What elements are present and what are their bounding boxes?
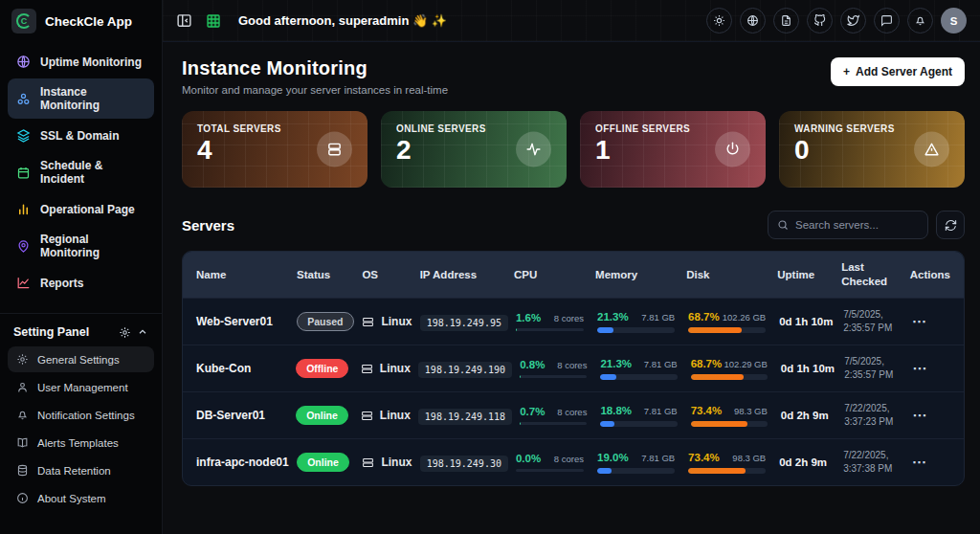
plus-icon: +	[843, 65, 850, 78]
status-badge: Paused	[297, 312, 353, 331]
table-row[interactable]: Web-Server01 Paused Linux 198.19.249.95 …	[183, 298, 964, 345]
sidebar-item-ssl-domain[interactable]: SSL & Domain	[8, 122, 154, 149]
stat-card-online-servers: ONLINE SERVERS 2	[381, 111, 567, 188]
sidebar-item-data-retention[interactable]: Data Retention	[8, 457, 154, 483]
line-chart-icon	[16, 276, 31, 290]
memory-bar	[597, 327, 675, 333]
topbar: Good afternoon, superadmin 👋 ✨	[163, 0, 980, 42]
server-os: Linux	[380, 409, 411, 422]
sidebar-item-general-settings[interactable]: General Settings	[8, 346, 154, 372]
sidebar-item-label: Schedule & Incident	[40, 159, 145, 186]
language-globe-button[interactable]	[740, 8, 766, 33]
chat-button[interactable]	[874, 8, 900, 33]
sidebar-item-uptime-monitoring[interactable]: Uptime Monitoring	[8, 48, 154, 76]
server-ip: 198.19.249.190	[418, 362, 512, 378]
col-status: Status	[297, 268, 354, 282]
sidebar-item-about-system[interactable]: About System	[8, 485, 154, 511]
main-area: Good afternoon, superadmin 👋 ✨	[163, 0, 980, 534]
sidebar-item-alerts-templates[interactable]: Alerts Templates	[8, 430, 154, 456]
setting-panel-header[interactable]: Setting Panel	[8, 325, 154, 346]
status-badge: Online	[296, 406, 348, 425]
user-icon	[16, 381, 29, 393]
cpu-metric: 0.8%8 cores	[520, 359, 592, 379]
servers-header: Servers	[182, 211, 965, 239]
sidebar-item-regional-monitoring[interactable]: Regional Monitoring	[8, 226, 154, 266]
row-actions-button[interactable]: ⋯	[912, 407, 927, 424]
greeting-text: Good afternoon, superadmin 👋 ✨	[238, 13, 447, 28]
disk-metric: 73.4%98.3 GB	[688, 452, 771, 474]
cpu-bar	[516, 469, 584, 473]
sidebar-nav: Uptime Monitoring Instance Monitoring SS…	[0, 42, 162, 300]
col-actions: Actions	[910, 268, 950, 282]
table-row[interactable]: infra-apc-node01 Online Linux 198.19.249…	[183, 438, 964, 485]
info-icon	[16, 492, 29, 504]
row-actions-button[interactable]: ⋯	[912, 360, 927, 377]
table-row[interactable]: DB-Server01 Online Linux 198.19.249.118 …	[183, 391, 964, 438]
cluster-icon	[16, 92, 31, 106]
server-last-checked: 7/5/2025,2:35:57 PM	[844, 355, 904, 383]
server-name: infra-apc-node01	[196, 456, 289, 469]
chevron-up-icon[interactable]	[137, 326, 148, 338]
table-row[interactable]: Kube-Con Offline Linux 198.19.249.190 0.…	[183, 345, 964, 391]
setting-panel-title: Setting Panel	[13, 325, 89, 339]
server-os: Linux	[380, 362, 411, 375]
server-last-checked: 7/22/2025,3:37:38 PM	[843, 449, 904, 477]
stat-card-offline-servers: OFFLINE SERVERS 1	[580, 111, 766, 188]
server-search[interactable]	[768, 211, 928, 239]
sidebar-item-label: Regional Monitoring	[40, 233, 145, 259]
notifications-button[interactable]	[907, 8, 933, 33]
cpu-metric: 0.0%8 cores	[516, 453, 590, 473]
server-os: Linux	[381, 456, 412, 469]
row-actions-button[interactable]: ⋯	[912, 313, 927, 330]
user-avatar[interactable]: S	[941, 8, 967, 33]
sidebar-item-reports[interactable]: Reports	[8, 269, 154, 297]
col-memory: Memory	[595, 268, 679, 282]
table-header-row: Name Status OS IP Address CPU Memory Dis…	[183, 252, 964, 298]
col-os: OS	[362, 268, 412, 282]
grid-menu-icon[interactable]	[206, 13, 221, 29]
col-disk: Disk	[686, 268, 769, 282]
globe-icon	[16, 55, 31, 69]
calendar-icon	[16, 166, 31, 180]
sidebar-item-notification-settings[interactable]: Notification Settings	[8, 402, 154, 428]
server-last-checked: 7/5/2025,2:35:57 PM	[843, 308, 904, 336]
server-last-checked: 7/22/2025,3:37:23 PM	[844, 402, 904, 430]
sidebar-item-label: General Settings	[37, 354, 120, 366]
sidebar-item-label: User Management	[37, 382, 128, 393]
disk-bar	[688, 327, 766, 333]
servers-icon	[317, 132, 352, 167]
app-logo[interactable]: C CheckCle App	[0, 0, 162, 42]
disk-bar	[691, 374, 768, 380]
sidebar-collapse-button[interactable]	[176, 12, 192, 29]
docs-button[interactable]	[773, 8, 799, 33]
sidebar-item-instance-monitoring[interactable]: Instance Monitoring	[8, 78, 154, 119]
twitter-button[interactable]	[840, 8, 866, 33]
memory-metric: 21.3%7.81 GB	[597, 311, 680, 333]
server-os-icon	[361, 410, 373, 422]
memory-bar	[600, 374, 677, 380]
row-actions-button[interactable]: ⋯	[912, 454, 927, 471]
col-uptime: Uptime	[777, 268, 834, 282]
sidebar-item-label: Notification Settings	[37, 410, 135, 421]
servers-table: Name Status OS IP Address CPU Memory Dis…	[182, 251, 965, 486]
server-os-icon	[361, 363, 373, 375]
github-button[interactable]	[807, 8, 833, 33]
theme-toggle-button[interactable]	[706, 8, 732, 33]
server-uptime: 0d 1h 10m	[779, 316, 835, 327]
memory-metric: 19.0%7.81 GB	[597, 452, 680, 474]
refresh-button[interactable]	[936, 211, 965, 239]
sidebar-item-user-management[interactable]: User Management	[8, 374, 154, 400]
server-ip: 198.19.249.118	[418, 409, 512, 425]
status-badge: Offline	[296, 359, 348, 378]
search-input[interactable]	[795, 219, 919, 231]
sidebar-item-operational-page[interactable]: Operational Page	[8, 195, 154, 223]
cpu-metric: 1.6%8 cores	[516, 312, 590, 332]
sidebar-item-label: Instance Monitoring	[40, 85, 145, 112]
app-name: CheckCle App	[45, 14, 132, 29]
memory-bar	[597, 468, 675, 474]
layers-icon	[16, 128, 31, 143]
app-root: C CheckCle App Uptime Monitoring Instanc…	[0, 0, 980, 534]
add-server-agent-button[interactable]: + Add Server Agent	[831, 57, 965, 86]
col-name: Name	[196, 268, 289, 282]
sidebar-item-schedule-incident[interactable]: Schedule & Incident	[8, 152, 154, 192]
